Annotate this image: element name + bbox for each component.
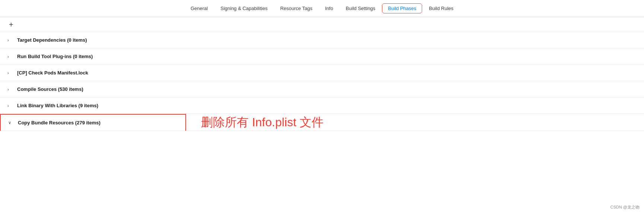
phase-row-copy-bundle[interactable]: ∨Copy Bundle Resources (279 items) bbox=[0, 114, 186, 131]
chevron-right-icon: › bbox=[7, 54, 13, 59]
phase-row-link-binary[interactable]: ›Link Binary With Libraries (9 items) bbox=[0, 98, 644, 114]
phase-label-target-dependencies: Target Dependencies (0 items) bbox=[17, 37, 87, 43]
phase-label-check-pods: [CP] Check Pods Manifest.lock bbox=[17, 70, 88, 76]
toolbar-row: + bbox=[0, 17, 644, 32]
phase-label-copy-bundle: Copy Bundle Resources (279 items) bbox=[18, 120, 101, 125]
phase-row-check-pods[interactable]: ›[CP] Check Pods Manifest.lock bbox=[0, 65, 644, 81]
phase-row-run-build-tool[interactable]: ›Run Build Tool Plug-ins (0 items) bbox=[0, 48, 644, 65]
chevron-right-icon: › bbox=[7, 104, 13, 108]
chevron-down-icon: ∨ bbox=[8, 120, 13, 125]
chevron-right-icon: › bbox=[7, 38, 13, 42]
tab-bar: GeneralSigning & CapabilitiesResource Ta… bbox=[0, 0, 644, 17]
tab-build-phases[interactable]: Build Phases bbox=[382, 3, 422, 13]
tab-resource-tags[interactable]: Resource Tags bbox=[274, 3, 318, 13]
tab-info[interactable]: Info bbox=[319, 3, 339, 13]
phase-row-compile-sources[interactable]: ›Compile Sources (530 items) bbox=[0, 81, 644, 98]
tab-build-rules[interactable]: Build Rules bbox=[423, 3, 459, 13]
chevron-right-icon: › bbox=[7, 87, 13, 92]
phase-list: ›Target Dependencies (0 items)›Run Build… bbox=[0, 32, 644, 131]
phase-label-compile-sources: Compile Sources (530 items) bbox=[17, 86, 83, 92]
annotation-text: 删除所有 Info.plist 文件 bbox=[201, 114, 323, 131]
phase-row-target-dependencies[interactable]: ›Target Dependencies (0 items) bbox=[0, 32, 644, 48]
chevron-right-icon: › bbox=[7, 71, 13, 75]
phase-label-run-build-tool: Run Build Tool Plug-ins (0 items) bbox=[17, 54, 93, 59]
watermark: CSDN @龙之吻 bbox=[610, 204, 640, 210]
tab-signing[interactable]: Signing & Capabilities bbox=[214, 3, 273, 13]
phase-row-container-copy-bundle: ∨Copy Bundle Resources (279 items)删除所有 I… bbox=[0, 114, 644, 131]
tab-general[interactable]: General bbox=[185, 3, 214, 13]
tab-build-settings[interactable]: Build Settings bbox=[340, 3, 382, 13]
phase-label-link-binary: Link Binary With Libraries (9 items) bbox=[17, 103, 98, 108]
add-phase-button[interactable]: + bbox=[7, 21, 15, 28]
